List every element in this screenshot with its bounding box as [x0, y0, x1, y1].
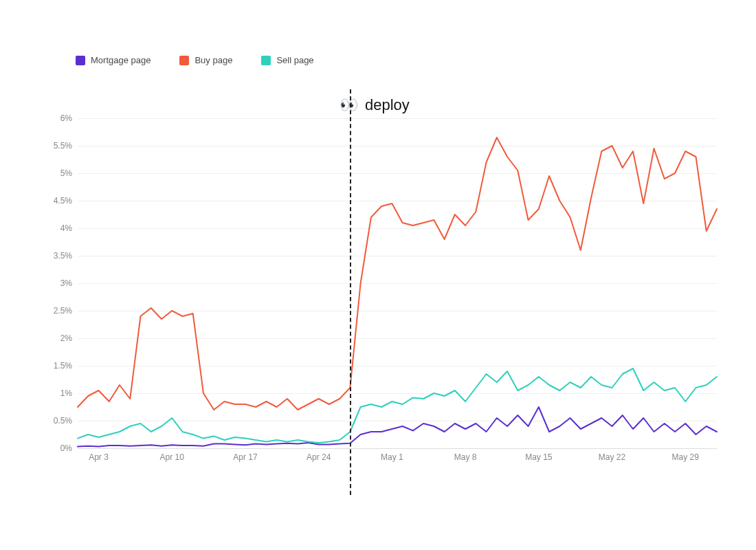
x-tick-label: Apr 3 [89, 452, 109, 462]
x-tick-label: May 1 [381, 452, 403, 462]
x-tick-label: May 15 [525, 452, 552, 462]
y-tick-label: 3% [60, 278, 72, 288]
y-tick-label: 5% [60, 168, 72, 178]
legend-label: Mortgage page [91, 55, 151, 65]
y-tick-label: 6% [60, 113, 72, 123]
y-tick-label: 0% [60, 443, 72, 453]
legend: Mortgage page Buy page Sell page [76, 55, 314, 65]
x-tick-label: Apr 10 [160, 452, 184, 462]
annotation-text: deploy [365, 96, 410, 114]
legend-item-buy: Buy page [179, 55, 232, 65]
gridline [78, 448, 717, 449]
series-line [78, 138, 717, 410]
y-tick-label: 5.5% [54, 141, 72, 151]
x-tick-label: Apr 17 [233, 452, 257, 462]
y-tick-label: 1.5% [54, 361, 72, 371]
x-tick-label: May 8 [454, 452, 477, 462]
deploy-marker-line [350, 89, 351, 495]
eyes-icon: 👀 [340, 96, 358, 114]
y-tick-label: 3.5% [54, 251, 72, 261]
plot-area: 0%0.5%1%1.5%2%2.5%3%3.5%4%4.5%5%5.5%6%Ap… [78, 118, 717, 448]
legend-swatch [261, 56, 271, 65]
y-tick-label: 2.5% [54, 306, 72, 316]
x-tick-label: May 29 [672, 452, 699, 462]
x-tick-label: May 22 [599, 452, 625, 462]
legend-item-mortgage: Mortgage page [76, 55, 151, 65]
y-tick-label: 4.5% [54, 196, 72, 206]
y-tick-label: 0.5% [54, 416, 72, 426]
legend-item-sell: Sell page [261, 55, 313, 65]
series-line [78, 407, 717, 447]
y-tick-label: 1% [60, 388, 72, 398]
y-tick-label: 2% [60, 333, 72, 343]
legend-label: Sell page [276, 55, 313, 65]
y-tick-label: 4% [60, 223, 72, 233]
x-tick-label: Apr 24 [307, 452, 331, 462]
legend-swatch [179, 56, 189, 65]
series-svg [78, 118, 717, 448]
series-line [78, 368, 717, 443]
legend-label: Buy page [194, 55, 232, 65]
legend-swatch [76, 56, 85, 65]
chart-canvas: { "legend": { "items": [ { "label": "Mor… [0, 0, 756, 550]
